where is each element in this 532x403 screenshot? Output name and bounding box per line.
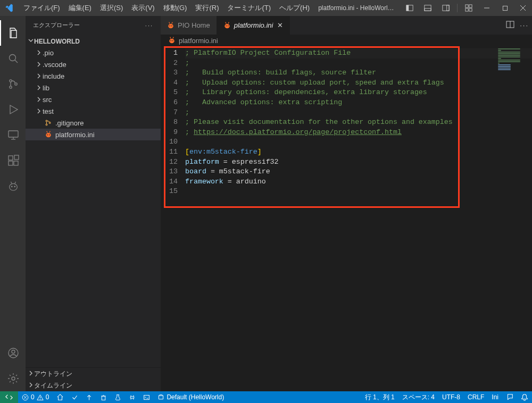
remote-explorer-activity-icon[interactable] [0,122,26,148]
errors-count: 0 [31,393,35,401]
extensions-activity-icon[interactable] [0,148,26,173]
menu-item[interactable]: ファイル(F) [19,1,64,15]
pio-test-status-icon[interactable] [111,391,125,403]
statusbar: 0 0 Default (HelloWorld) 行 1、列 1 スペース: 4… [0,391,532,403]
menu-item[interactable]: 編集(E) [64,1,96,15]
maximize-button[interactable] [496,0,514,16]
editor-tabs: PIO Homeplatformio.ini✕ ··· [161,16,532,35]
menu-item[interactable]: 表示(V) [127,1,159,15]
code-editor[interactable]: 123456789101112131415 ; PlatformIO Proje… [161,46,532,197]
layout-right-icon[interactable] [437,0,455,16]
tree-folder[interactable]: test [26,105,161,117]
pio-build-status-icon[interactable] [68,391,82,403]
editor-wrap: 123456789101112131415 ; PlatformIO Proje… [161,46,532,391]
pio-terminal-status-icon[interactable] [139,391,154,403]
cursor-position[interactable]: 行 1、列 1 [361,391,398,403]
svg-rect-3 [425,9,431,11]
line-gutter: 123456789101112131415 [161,48,185,197]
menu-item[interactable]: 実行(R) [191,1,223,15]
tree-file[interactable]: platformio.ini [26,129,161,140]
breadcrumb[interactable]: platformio.ini [161,35,532,46]
svg-point-62 [172,40,173,41]
minimap[interactable] [498,48,530,75]
layout-left-icon[interactable] [401,0,419,16]
pio-clean-status-icon[interactable] [96,391,111,403]
panel-label: アウトライン [34,370,72,379]
svg-rect-2 [425,5,431,11]
chevron-right-icon [35,96,43,103]
editor-tab[interactable]: platformio.ini✕ [217,16,290,35]
feedback-icon[interactable] [502,391,517,403]
tab-label: platformio.ini [234,21,273,29]
eol-status[interactable]: CRLF [464,391,488,403]
sidebar-more-icon[interactable]: ··· [145,22,153,29]
tree-folder[interactable]: include [26,70,161,82]
close-button[interactable] [514,0,532,16]
layout-bottom-icon[interactable] [419,0,437,16]
tree-item-label: .pio [43,49,54,57]
svg-point-16 [10,80,12,82]
more-actions-icon[interactable]: ··· [520,21,529,29]
editor-tab[interactable]: PIO Home [161,16,217,35]
pio-env-switcher[interactable]: Default (HelloWorld) [154,391,228,403]
tree-item-label: .gitignore [55,119,84,127]
encoding-status[interactable]: UTF-8 [438,391,464,403]
layout-grid-icon[interactable] [460,0,478,16]
settings-gear-icon[interactable] [0,366,26,391]
svg-point-61 [170,40,171,41]
menu-item[interactable]: ターミナル(T) [223,1,275,15]
titlebar: ファイル(F)編集(E)選択(S)表示(V)移動(G)実行(R)ターミナル(T)… [0,0,532,16]
split-editor-icon[interactable] [506,20,514,30]
sidebar-bottom-panels: アウトラインタイムライン [26,367,161,391]
menu-item[interactable]: 移動(G) [159,1,192,15]
accounts-activity-icon[interactable] [0,340,26,366]
tree-folder[interactable]: src [26,94,161,105]
tree-folder[interactable]: .pio [26,47,161,58]
tree-folder[interactable]: lib [26,82,161,94]
window-title: platformio.ini - HelloWorld - Visual Stu… [314,4,401,12]
pio-upload-status-icon[interactable] [82,391,96,403]
language-mode[interactable]: Ini [488,391,502,403]
svg-rect-4 [443,5,449,11]
chevron-right-icon [28,370,34,378]
panel-label: タイムライン [34,381,72,390]
status-errors[interactable]: 0 0 [18,391,53,403]
indentation-status[interactable]: スペース: 4 [398,391,438,403]
menu-bar: ファイル(F)編集(E)選択(S)表示(V)移動(G)実行(R)ターミナル(T)… [19,1,314,15]
sidebar-panel-header[interactable]: アウトライン [26,368,161,380]
svg-rect-75 [144,395,149,399]
menu-item[interactable]: 選択(S) [96,1,127,15]
pio-home-status-icon[interactable] [53,391,68,403]
sidebar-panel-header[interactable]: タイムライン [26,380,161,391]
tree-file[interactable]: .gitignore [26,117,161,129]
svg-rect-5 [447,5,449,11]
svg-rect-19 [9,131,18,137]
sidebar-header: エクスプローラー ··· [26,16,161,35]
close-tab-icon[interactable]: ✕ [277,21,283,29]
notifications-icon[interactable] [517,391,532,403]
project-header[interactable]: HELLOWORLD [26,36,161,47]
remote-indicator[interactable] [0,391,18,403]
svg-point-53 [228,25,229,26]
sidebar-title: エクスプローラー [33,21,80,29]
chevron-right-icon [35,61,43,68]
pio-monitor-status-icon[interactable] [125,391,139,403]
pio-file-icon [168,37,176,44]
search-activity-icon[interactable] [0,46,26,71]
project-name: HELLOWORLD [34,38,80,45]
pio-file-icon [44,131,53,138]
svg-rect-23 [9,161,13,165]
svg-point-36 [49,122,51,124]
platformio-activity-icon[interactable] [0,173,26,199]
svg-point-49 [169,22,170,23]
run-debug-activity-icon[interactable] [0,97,26,122]
source-control-activity-icon[interactable] [0,71,26,97]
svg-point-45 [169,25,170,26]
tree-folder[interactable]: .vscode [26,58,161,70]
explorer-activity-icon[interactable] [0,20,26,46]
minimize-button[interactable] [478,0,496,16]
svg-line-15 [15,60,18,63]
menu-item[interactable]: ヘルプ(H) [275,1,314,15]
activity-bar [0,16,26,391]
code-content[interactable]: ; PlatformIO Project Configuration File;… [185,48,532,197]
